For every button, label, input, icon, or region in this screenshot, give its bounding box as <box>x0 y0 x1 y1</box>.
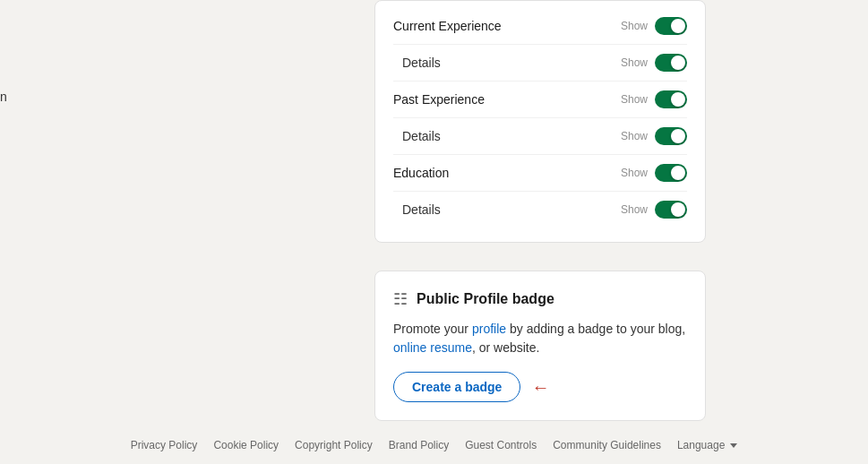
online-resume-link[interactable]: online resume <box>393 340 472 355</box>
toggle-switch-details-2[interactable] <box>655 127 687 145</box>
footer: Privacy Policy Cookie Policy Copyright P… <box>0 439 868 451</box>
toggle-right-current-experience: Show <box>621 17 687 35</box>
badge-card: ☷ Public Profile badge Promote your prof… <box>374 271 706 421</box>
toggle-label-current-experience: Current Experience <box>393 19 502 33</box>
toggle-switch-current-experience[interactable] <box>655 17 687 35</box>
badge-description: Promote your profile by adding a badge t… <box>393 320 687 357</box>
toggle-right-details-2: Show <box>621 127 687 145</box>
toggle-row-past-experience: Past Experience Show <box>393 82 687 118</box>
create-badge-button[interactable]: Create a badge <box>393 372 520 402</box>
profile-link[interactable]: profile <box>472 322 506 336</box>
footer-language-selector[interactable]: Language <box>677 439 737 451</box>
toggle-label-details-3: Details <box>393 202 441 217</box>
show-text-education: Show <box>621 167 648 179</box>
footer-link-brand-policy[interactable]: Brand Policy <box>389 439 449 451</box>
left-partial-text: n <box>0 90 7 104</box>
footer-link-cookie-policy[interactable]: Cookie Policy <box>213 439 279 451</box>
badge-header: ☷ Public Profile badge <box>393 289 687 309</box>
toggle-switch-details-1[interactable] <box>655 54 687 72</box>
toggle-row-current-experience: Current Experience Show <box>393 8 687 45</box>
chevron-down-icon <box>730 443 737 448</box>
toggle-label-details-2: Details <box>393 129 441 143</box>
footer-link-community-guidelines[interactable]: Community Guidelines <box>553 439 661 451</box>
toggle-label-details-1: Details <box>393 56 441 70</box>
toggle-label-education: Education <box>393 166 449 180</box>
toggle-switch-details-3[interactable] <box>655 201 687 219</box>
arrow-indicator: ← <box>531 377 549 398</box>
show-text-details-2: Show <box>621 130 648 142</box>
toggle-label-past-experience: Past Experience <box>393 92 485 107</box>
badge-button-row: Create a badge ← <box>393 372 687 402</box>
toggle-row-details-1: Details Show <box>393 45 687 82</box>
language-label: Language <box>677 439 725 451</box>
toggle-row-education: Education Show <box>393 155 687 192</box>
badge-title: Public Profile badge <box>417 291 554 307</box>
toggle-row-details-2: Details Show <box>393 118 687 155</box>
toggle-list: Current Experience Show Details Show Pas… <box>375 1 705 242</box>
toggle-right-education: Show <box>621 164 687 182</box>
profile-visibility-card: Current Experience Show Details Show Pas… <box>374 0 706 243</box>
toggle-row-details-3: Details Show <box>393 192 687 228</box>
footer-link-guest-controls[interactable]: Guest Controls <box>465 439 537 451</box>
show-text-details-3: Show <box>621 203 648 216</box>
toggle-right-details-3: Show <box>621 201 687 219</box>
footer-link-privacy-policy[interactable]: Privacy Policy <box>131 439 198 451</box>
toggle-right-details-1: Show <box>621 54 687 72</box>
badge-profile-icon: ☷ <box>393 289 408 309</box>
toggle-switch-education[interactable] <box>655 164 687 182</box>
show-text-past-experience: Show <box>621 93 648 106</box>
toggle-right-past-experience: Show <box>621 90 687 108</box>
toggle-switch-past-experience[interactable] <box>655 90 687 108</box>
footer-link-copyright-policy[interactable]: Copyright Policy <box>295 439 373 451</box>
show-text-current-experience: Show <box>621 20 648 32</box>
page-wrapper: n Current Experience Show Details Show <box>0 0 868 464</box>
show-text-details-1: Show <box>621 56 648 69</box>
